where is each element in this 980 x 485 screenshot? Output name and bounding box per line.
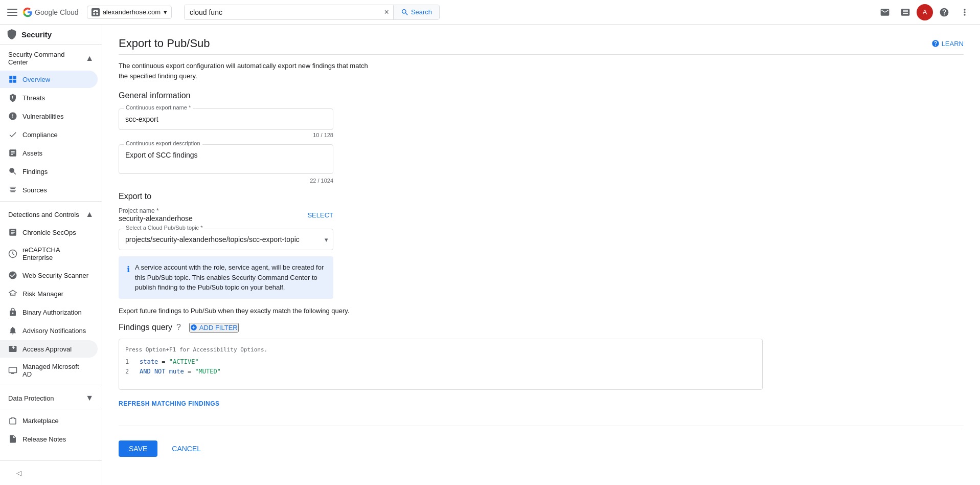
sidebar-divider-3 xyxy=(0,409,102,409)
assets-icon xyxy=(8,148,17,158)
sidebar-item-managed-msad[interactable]: Managed Microsoft AD xyxy=(0,359,98,382)
sidebar-item-marketplace[interactable]: Marketplace xyxy=(0,412,98,429)
org-dropdown-icon: ▾ xyxy=(164,8,167,16)
pubsub-select-label: Select a Cloud Pub/Sub topic * xyxy=(124,225,204,231)
user-avatar[interactable]: A xyxy=(917,4,933,20)
info-icon: ℹ xyxy=(127,263,130,293)
sidebar-item-compliance[interactable]: Compliance xyxy=(0,126,98,143)
security-shield-icon xyxy=(6,29,17,40)
sidebar-item-chronicle[interactable]: Chronicle SecOps xyxy=(0,224,98,241)
code-muted-string: "MUTED" xyxy=(195,368,221,375)
sidebar-divider-1 xyxy=(0,201,102,202)
svg-rect-3 xyxy=(93,13,95,15)
main-content: Export to Pub/Sub LEARN The continuous e… xyxy=(102,25,980,485)
sidebar-security-label: Security xyxy=(21,30,52,39)
sidebar-item-findings[interactable]: Findings xyxy=(0,163,98,180)
search-icon xyxy=(401,8,409,16)
export-desc-input[interactable] xyxy=(119,144,333,174)
more-options-button[interactable] xyxy=(955,3,974,21)
sidebar-item-release-notes[interactable]: Release Notes xyxy=(0,430,98,448)
recaptcha-label: reCAPTCHA Enterprise xyxy=(22,246,89,261)
search-input[interactable] xyxy=(185,5,380,19)
cancel-button[interactable]: CANCEL xyxy=(164,440,209,457)
app-body: Security Security Command Center ▲ Overv… xyxy=(0,25,980,485)
sidebar-item-threats[interactable]: Threats xyxy=(0,89,98,106)
sidebar-item-advisory[interactable]: Advisory Notifications xyxy=(0,322,98,339)
sidebar-item-recaptcha[interactable]: reCAPTCHA Enterprise xyxy=(0,242,98,266)
code-editor[interactable]: Press Option+F1 for Accessibility Option… xyxy=(119,339,763,390)
access-approval-label: Access Approval xyxy=(22,345,72,353)
search-clear-button[interactable]: × xyxy=(380,6,393,19)
data-protection-chevron-icon[interactable]: ▼ xyxy=(85,393,94,403)
threats-icon xyxy=(8,93,17,102)
cloud-shell-button[interactable] xyxy=(896,3,915,21)
detections-section-header: Detections and Controls ▲ xyxy=(0,204,102,223)
findings-query-help-icon[interactable]: ? xyxy=(176,323,181,332)
sidebar-item-access-approval[interactable]: Access Approval xyxy=(0,340,98,358)
scc-chevron-icon[interactable]: ▲ xyxy=(85,54,94,63)
info-box: ℹ A service account with the role, servi… xyxy=(119,256,333,299)
line-num-2: 2 xyxy=(125,367,133,377)
code-eq-2: = xyxy=(188,368,191,375)
export-name-input[interactable] xyxy=(119,108,333,130)
export-desc-field: Continuous export description xyxy=(119,144,333,175)
code-mute-keyword: mute xyxy=(169,368,184,375)
chronicle-label: Chronicle SecOps xyxy=(22,229,76,236)
code-active-string: "ACTIVE" xyxy=(169,358,199,365)
logo-text: Google Cloud xyxy=(35,8,79,16)
pubsub-select[interactable]: projects/security-alexanderhose/topics/s… xyxy=(119,229,333,250)
marketplace-icon xyxy=(8,416,17,425)
sidebar-item-risk-manager[interactable]: Risk Manager xyxy=(0,285,98,302)
page-description-line2: the specified finding query. xyxy=(119,71,964,81)
managed-msad-icon xyxy=(8,366,17,375)
assets-label: Assets xyxy=(22,149,42,157)
sidebar-item-overview[interactable]: Overview xyxy=(0,71,98,88)
refresh-matching-findings-button[interactable]: REFRESH MATCHING FINDINGS xyxy=(119,398,220,409)
more-options-icon xyxy=(960,7,970,17)
help-button[interactable] xyxy=(935,3,953,21)
project-info: Project name * security-alexanderhose xyxy=(119,207,193,223)
add-filter-icon xyxy=(190,324,197,331)
scc-section-title: Security Command Center xyxy=(8,51,85,66)
code-line-1: 1 state = "ACTIVE" xyxy=(125,357,756,367)
general-info-title: General information xyxy=(119,91,964,100)
export-name-label: Continuous export name * xyxy=(124,104,193,111)
google-cloud-logo: Google Cloud xyxy=(22,7,79,17)
save-button[interactable]: SAVE xyxy=(119,440,157,457)
project-row: Project name * security-alexanderhose SE… xyxy=(119,207,333,223)
sidebar-item-assets[interactable]: Assets xyxy=(0,144,98,162)
compliance-label: Compliance xyxy=(22,131,58,139)
risk-manager-label: Risk Manager xyxy=(22,290,63,298)
learn-button[interactable]: LEARN xyxy=(931,39,964,48)
title-divider xyxy=(119,54,964,55)
action-bar: SAVE CANCEL xyxy=(119,434,964,463)
project-label: Project name * xyxy=(119,207,193,214)
select-project-button[interactable]: SELECT xyxy=(307,211,333,219)
learn-icon xyxy=(931,39,940,48)
add-filter-label: ADD FILTER xyxy=(199,324,238,332)
topbar-actions: A xyxy=(876,3,974,21)
code-state-keyword: state xyxy=(140,358,158,365)
search-btn-label: Search xyxy=(411,8,432,16)
findings-query-header: Findings query ? ADD FILTER xyxy=(119,323,964,333)
sidebar-item-web-security[interactable]: Web Security Scanner xyxy=(0,267,98,284)
sidebar-item-vulnerabilities[interactable]: Vulnerabilities xyxy=(0,107,98,125)
managed-msad-label: Managed Microsoft AD xyxy=(22,363,89,378)
export-name-char-count: 10 / 128 xyxy=(119,132,333,138)
page-title-row: Export to Pub/Sub LEARN xyxy=(119,37,964,50)
sidebar-item-sources[interactable]: Sources xyxy=(0,181,98,199)
sidebar-item-binary-auth[interactable]: Binary Authorization xyxy=(0,303,98,321)
export-to-title: Export to xyxy=(119,192,964,201)
add-filter-button[interactable]: ADD FILTER xyxy=(189,323,239,333)
overview-icon xyxy=(8,75,17,84)
org-selector[interactable]: alexanderhose.com ▾ xyxy=(87,6,172,19)
menu-icon[interactable] xyxy=(6,6,18,18)
vulnerabilities-icon xyxy=(8,112,17,121)
learn-label: LEARN xyxy=(942,40,964,48)
code-line1-content: state = "ACTIVE" xyxy=(140,357,199,367)
search-button[interactable]: Search xyxy=(393,5,439,19)
sidebar-collapse-button[interactable]: ◁ xyxy=(8,465,94,481)
detections-chevron-icon[interactable]: ▲ xyxy=(85,210,94,219)
notifications-button[interactable] xyxy=(876,3,894,21)
help-icon xyxy=(939,7,949,17)
